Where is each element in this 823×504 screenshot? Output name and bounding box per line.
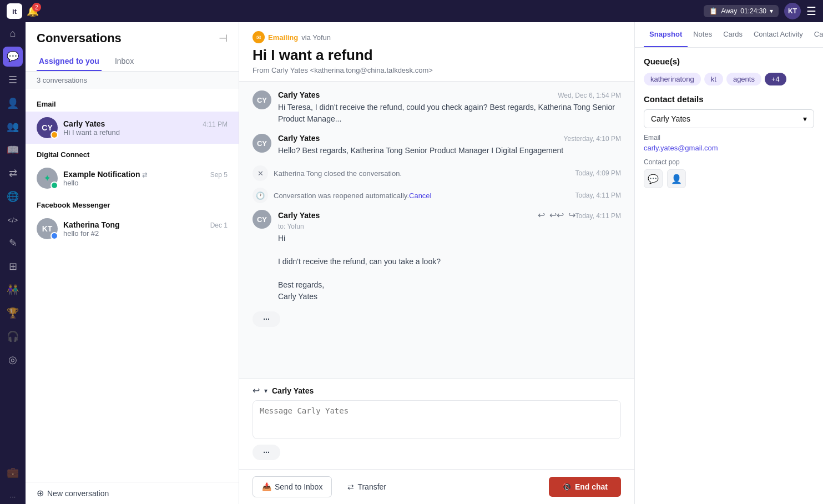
inbox-icon: 📥	[262, 482, 271, 491]
sidenav-item-trophy[interactable]: 🏆	[3, 303, 23, 323]
avatar: CY	[253, 210, 271, 229]
status-icon: 📋	[709, 7, 718, 15]
avatar: CY	[253, 134, 271, 153]
message-block: CY Carly Yates Wed, Dec 6, 1:54 PM Hi Te…	[253, 90, 621, 125]
reply-input[interactable]	[253, 400, 621, 439]
conv-time: Sep 5	[210, 171, 228, 179]
forward-button[interactable]: ↪	[568, 210, 575, 220]
sidenav-item-home[interactable]: ⌂	[3, 23, 23, 43]
sidenav-item-code[interactable]: </>	[3, 210, 23, 230]
reply-more-button[interactable]: ···	[253, 445, 280, 460]
channel-badge-digital	[51, 182, 58, 189]
topbar: it 🔔 2 📋 Away 01:24:30 ▾ KT ☰	[0, 0, 823, 22]
tab-contact-activity[interactable]: Contact Activity	[748, 22, 809, 47]
plus-icon: ⊕	[37, 488, 44, 498]
sidenav-item-circle[interactable]: ◎	[3, 350, 23, 370]
topbar-right: 📋 Away 01:24:30 ▾ KT ☰	[704, 3, 816, 19]
queue-tag-more[interactable]: +4	[765, 73, 786, 85]
sidenav-item-headset[interactable]: 🎧	[3, 326, 23, 346]
reply-button[interactable]: ↩	[538, 210, 545, 220]
avatar: CY	[253, 90, 271, 109]
end-chat-icon: 📵	[562, 482, 572, 491]
avatar: CY	[37, 117, 58, 138]
conversation-item-katherina-tong[interactable]: KT Katherina Tong Dec 1 hello for #2	[26, 213, 239, 245]
sidenav-item-conversations[interactable]: 💬	[3, 47, 23, 67]
contact-pop-profile-icon[interactable]: 👤	[667, 169, 686, 188]
channel-badge-facebook	[51, 232, 58, 240]
source-via-label: via Yofun	[301, 33, 331, 42]
queue-tag-kt[interactable]: kt	[704, 73, 723, 85]
contact-email-link[interactable]: carly.yates@gmail.com	[644, 144, 718, 152]
collapse-panel-button[interactable]: ⊣	[219, 32, 228, 44]
main-chat-area: ✉ Emailing via Yofun Hi I want a refund …	[239, 0, 634, 504]
conversations-header: Conversations ⊣	[26, 22, 239, 52]
section-label-facebook: Facebook Messenger	[26, 194, 239, 213]
queue-tag-agents[interactable]: agents	[726, 73, 761, 85]
cancel-link[interactable]: Cancel	[409, 191, 431, 200]
tab-assigned-to-you[interactable]: Assigned to you	[37, 52, 102, 71]
conv-info-top: Example Notification ⇄ Sep 5	[63, 170, 228, 179]
transfer-icon: ⇄	[347, 482, 354, 491]
queues-row: katherinatong kt agents +4	[644, 73, 814, 85]
reply-all-button[interactable]: ↩↩	[549, 210, 564, 220]
right-panel: Snapshot Notes Cards Contact Activity Ca…	[634, 0, 823, 504]
message-header: Carly Yates Wed, Dec 6, 1:54 PM	[278, 90, 621, 99]
message-time: Today, 4:11 PM	[575, 212, 622, 220]
sidenav-item-globe[interactable]: 🌐	[3, 187, 23, 206]
conversations-title: Conversations	[37, 31, 122, 46]
new-conversation-button[interactable]: ⊕ New conversation	[37, 488, 109, 498]
sidenav-item-books[interactable]: 📖	[3, 140, 23, 160]
sidenav-item-routing[interactable]: ⇄	[3, 163, 23, 183]
conversations-panel: Conversations ⊣ Assigned to you Inbox 3 …	[26, 0, 239, 504]
tab-notes[interactable]: Notes	[688, 22, 718, 47]
sidenav-item-bag[interactable]: 💼	[3, 462, 23, 482]
conv-name: Example Notification ⇄	[63, 170, 147, 179]
conv-time: 4:11 PM	[203, 120, 228, 128]
end-chat-button[interactable]: 📵 End chat	[549, 477, 621, 497]
timer-label: 01:24:30	[740, 7, 766, 15]
conv-name: Katherina Tong	[63, 220, 120, 229]
bottom-actions: 📥 Send to Inbox ⇄ Transfer 📵 End chat	[239, 469, 634, 504]
sidenav-item-grid[interactable]: ⊞	[3, 256, 23, 276]
chevron-down-icon: ▾	[803, 114, 807, 123]
message-content: Carly Yates Wed, Dec 6, 1:54 PM Hi Teres…	[278, 90, 621, 125]
send-to-inbox-label: Send to Inbox	[275, 482, 322, 491]
send-to-inbox-button[interactable]: 📥 Send to Inbox	[253, 476, 332, 497]
transfer-button[interactable]: ⇄ Transfer	[339, 477, 395, 497]
reply-header: ↩ ▾ Carly Yates	[253, 385, 621, 396]
sidenav-item-tasks[interactable]: ☰	[3, 70, 23, 90]
messages-area: CY Carly Yates Wed, Dec 6, 1:54 PM Hi Te…	[239, 82, 634, 378]
message-header: Carly Yates Yesterday, 4:10 PM	[278, 134, 621, 143]
conversation-item-carly-yates[interactable]: CY Carly Yates 4:11 PM Hi I want a refun…	[26, 112, 239, 144]
sidenav-dots: ···	[10, 489, 16, 504]
contact-select-dropdown[interactable]: Carly Yates ▾	[644, 109, 814, 128]
tab-snapshot[interactable]: Snapshot	[644, 22, 688, 47]
user-avatar-button[interactable]: KT	[784, 3, 801, 19]
queues-section-title: Queue(s)	[644, 57, 814, 66]
status-button[interactable]: 📋 Away 01:24:30 ▾	[704, 5, 779, 17]
conversation-item-example-notification[interactable]: ✦ Example Notification ⇄ Sep 5 hello	[26, 162, 239, 194]
hamburger-menu-button[interactable]: ☰	[806, 4, 816, 18]
conv-info-top: Carly Yates 4:11 PM	[63, 119, 228, 128]
conversations-count: 3 conversations	[26, 72, 239, 89]
tab-case[interactable]: Case	[809, 22, 823, 47]
notifications-button[interactable]: 🔔 2	[27, 5, 39, 17]
avatar: ✦	[37, 168, 58, 189]
tab-inbox[interactable]: Inbox	[113, 52, 136, 71]
queue-tag-katherinatong[interactable]: katherinatong	[644, 73, 701, 85]
sidenav-item-teams[interactable]: 👥	[3, 117, 23, 137]
chevron-down-icon: ▾	[264, 387, 267, 395]
more-actions-button[interactable]: ···	[253, 311, 280, 327]
notification-badge: 2	[32, 3, 41, 12]
contact-pop-chat-icon[interactable]: 💬	[644, 169, 663, 188]
contact-details-section: Contact details Carly Yates ▾ Email carl…	[644, 94, 814, 188]
last-message-block: CY Carly Yates ↩ ↩↩ ↪ Today, 4:11 PM to:…	[253, 210, 621, 303]
tab-cards[interactable]: Cards	[718, 22, 748, 47]
status-label: Away	[721, 7, 737, 15]
sidenav-item-people[interactable]: 👫	[3, 280, 23, 300]
system-text: Conversation was reopened automatically.…	[274, 191, 570, 200]
sidenav-item-contacts[interactable]: 👤	[3, 93, 23, 113]
chevron-down-icon: ▾	[770, 7, 773, 15]
sidenav-item-edit[interactable]: ✎	[3, 233, 23, 253]
conv-info: Carly Yates 4:11 PM Hi I want a refund	[63, 119, 228, 137]
